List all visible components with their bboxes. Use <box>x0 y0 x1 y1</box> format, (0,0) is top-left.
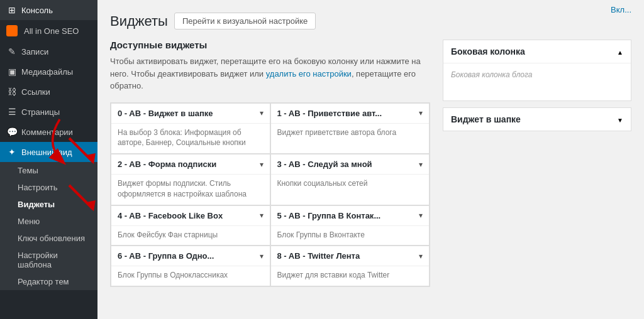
widget-desc-6: Блок Группы в Одноклассниках <box>111 266 270 286</box>
sidebar-item-nastroit[interactable]: Настроить <box>0 179 97 196</box>
page-title: Виджеты <box>110 13 168 30</box>
sidebar-item-allinone[interactable]: All in One SEO <box>0 20 97 41</box>
stranitsy-icon: ☰ <box>6 107 18 117</box>
content-area: Доступные виджеты Чтобы активировать вид… <box>110 40 631 306</box>
zapisi-icon: ✎ <box>6 46 18 57</box>
ssylki-icon: ⛓ <box>6 87 18 97</box>
widget-cell-6: 6 - AB - Группа в Одно... ▾ Блок Группы … <box>111 246 270 286</box>
widget-cell-0: 0 - AB - Виджет в шапке ▾ На выбор 3 бло… <box>111 103 270 154</box>
widget-desc-1: Виджет приветствие автора блога <box>271 124 430 143</box>
sidebar-area-bokovaya-desc: Боковая колонка блога <box>451 70 532 79</box>
right-panel: Боковая колонка Боковая колонка блога Ви… <box>443 40 631 306</box>
media-icon: ▣ <box>6 67 18 77</box>
sidebar-item-zapisi[interactable]: ✎ Записи <box>0 41 97 62</box>
widget-arrow-6: ▾ <box>260 252 264 261</box>
sidebar-item-stranitsy[interactable]: ☰ Страницы <box>0 102 97 122</box>
widget-grid: 0 - AB - Виджет в шапке ▾ На выбор 3 бло… <box>110 102 430 288</box>
kommentarii-icon: 💬 <box>6 127 18 137</box>
widget-arrow-1: ▾ <box>419 109 423 117</box>
allinone-icon <box>6 25 18 36</box>
widget-arrow-0: ▾ <box>260 109 264 117</box>
widget-header-0[interactable]: 0 - AB - Виджет в шапке ▾ <box>111 104 270 124</box>
widget-cell-1: 1 - AB - Приветствие авт... ▾ Виджет при… <box>270 103 430 154</box>
sidebar-item-klyuch[interactable]: Ключ обновления <box>0 230 97 247</box>
widget-cell-2: 2 - AB - Форма подписки ▾ Виджет формы п… <box>111 154 270 205</box>
available-widgets-desc: Чтобы активировать виджет, перетащите ег… <box>110 55 430 92</box>
widget-desc-0: На выбор 3 блока: Информация об авторе, … <box>111 124 270 154</box>
widget-cell-4: 4 - AB - Facebook Like Box ▾ Блок Фейсбу… <box>111 205 270 246</box>
sidebar-area-shapka-title: Виджет в шапке <box>451 114 521 124</box>
chevron-down-icon <box>617 115 623 124</box>
sidebar-item-temy[interactable]: Темы <box>0 162 97 179</box>
widget-arrow-3: ▾ <box>419 160 423 169</box>
widget-header-6[interactable]: 6 - AB - Группа в Одно... ▾ <box>111 246 270 266</box>
sidebar-item-konsol[interactable]: ⊞ Консоль <box>0 0 97 20</box>
sidebar-item-menu[interactable]: Меню <box>0 213 97 230</box>
widget-arrow-2: ▾ <box>260 160 264 169</box>
widget-cell-5: 5 - AB - Группа В Контак... ▾ Блок Групп… <box>270 205 430 246</box>
page-header: Виджеты Перейти к визуальной настройке <box>110 13 631 30</box>
sidebar-area-shapka-header[interactable]: Виджет в шапке <box>443 108 631 131</box>
widget-arrow-4: ▾ <box>260 211 264 220</box>
sidebar: ⊞ Консоль All in One SEO ✎ Записи ▣ Меди… <box>0 0 97 319</box>
widget-desc-7: Виджет для вставки кода Twitter <box>271 266 430 286</box>
sidebar-item-redaktor-tem[interactable]: Редактор тем <box>0 273 97 290</box>
sidebar-item-media[interactable]: ▣ Медиафайлы <box>0 62 97 82</box>
sidebar-area-bokovaya-body: Боковая колонка блога <box>443 63 631 100</box>
widget-desc-4: Блок Фейсбук Фан старницы <box>111 226 270 246</box>
widget-desc-2: Виджет формы подписки. Стиль оформляется… <box>111 175 270 205</box>
widget-desc-3: Кнопки социальных сетей <box>271 175 430 194</box>
sidebar-item-nastrojki-shablona[interactable]: Настройки шаблона <box>0 247 97 273</box>
sidebar-area-bokovaya-title: Боковая колонка <box>451 46 525 57</box>
chevron-up-icon <box>617 47 623 57</box>
visual-setup-button[interactable]: Перейти к визуальной настройке <box>174 13 316 30</box>
sidebar-area-bokovaya-header[interactable]: Боковая колонка <box>443 40 631 63</box>
sidebar-item-vidzhety[interactable]: Виджеты <box>0 196 97 213</box>
sidebar-area-shapka: Виджет в шапке <box>443 107 631 131</box>
widget-arrow-5: ▾ <box>419 211 423 220</box>
available-widgets-title: Доступные виджеты <box>110 40 430 50</box>
left-panel: Доступные виджеты Чтобы активировать вид… <box>110 40 430 306</box>
sidebar-item-kommentarii[interactable]: 💬 Комментарии <box>0 122 97 142</box>
widget-header-3[interactable]: 3 - AB - Следуй за мной ▾ <box>271 154 430 175</box>
top-link[interactable]: Вкл... <box>611 5 631 14</box>
page-wrapper: Вкл... Виджеты Перейти к визуальной наст… <box>97 0 644 319</box>
widget-header-4[interactable]: 4 - AB - Facebook Like Box ▾ <box>111 206 270 226</box>
sidebar-area-bokovaya: Боковая колонка Боковая колонка блога <box>443 40 631 101</box>
konsol-icon: ⊞ <box>6 5 18 15</box>
widget-arrow-7: ▾ <box>419 252 423 261</box>
widget-header-1[interactable]: 1 - AB - Приветствие авт... ▾ <box>271 104 430 124</box>
sidebar-item-ssylki[interactable]: ⛓ Ссылки <box>0 82 97 102</box>
widget-desc-5: Блок Группы в Вконтакте <box>271 226 430 246</box>
widget-cell-3: 3 - AB - Следуй за мной ▾ Кнопки социаль… <box>270 154 430 205</box>
widget-header-5[interactable]: 5 - AB - Группа В Контак... ▾ <box>271 206 430 226</box>
sidebar-item-vneshvid[interactable]: ✦ Внешний вид <box>0 142 97 162</box>
main-content: Виджеты Перейти к визуальной настройке Д… <box>97 0 644 319</box>
widget-header-2[interactable]: 2 - AB - Форма подписки ▾ <box>111 154 270 175</box>
widget-cell-7: 8 - AB - Twitter Лента ▾ Виджет для вста… <box>270 246 430 286</box>
deactivate-link[interactable]: удалить его настройки <box>266 69 352 78</box>
vneshvid-icon: ✦ <box>6 147 18 157</box>
vneshvid-submenu: Темы Настроить Виджеты Меню Ключ обновле… <box>0 162 97 290</box>
widget-header-7[interactable]: 8 - AB - Twitter Лента ▾ <box>271 246 430 266</box>
